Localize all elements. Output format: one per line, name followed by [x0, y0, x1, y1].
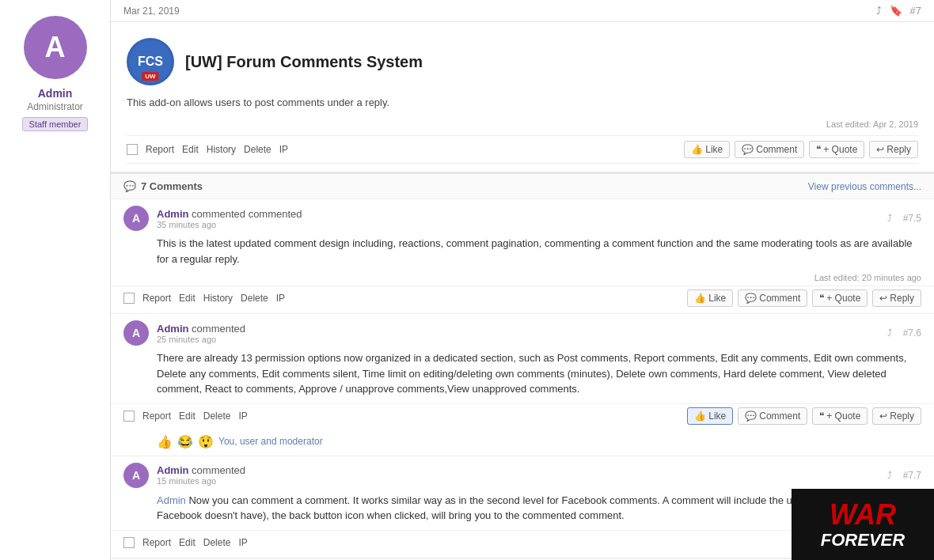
- wow-emoji: 😲: [198, 434, 214, 449]
- c2-comment-button[interactable]: 💬 Comment: [738, 407, 807, 425]
- c1-report[interactable]: Report: [142, 293, 171, 304]
- comment-item: A Admin commented commented 35 minutes a…: [111, 199, 934, 314]
- comment-share-2[interactable]: ⤴: [887, 327, 892, 339]
- watermark-war: WAR: [821, 499, 905, 531]
- fcs-logo: FCS UW: [127, 38, 174, 85]
- laughing-emoji: 😂: [177, 434, 193, 449]
- comment-verb-text-2: commented: [192, 323, 245, 335]
- comment-meta-3: Admin commented 15 minutes ago: [157, 464, 879, 486]
- post-action-bar: Report Edit History Delete IP 👍 Like 💬 C…: [127, 135, 918, 164]
- comment-time-3: 15 minutes ago: [157, 476, 879, 486]
- post-action-left: Report Edit History Delete IP: [127, 144, 288, 155]
- comment-avatar-1: A: [123, 206, 149, 231]
- c2-ip[interactable]: IP: [238, 411, 247, 422]
- reactions-row-2: 👍 😂 😲 You, user and moderator: [111, 431, 934, 456]
- post-quote-button[interactable]: ❝ + Quote: [809, 141, 864, 158]
- c1-history[interactable]: History: [203, 293, 233, 304]
- post-date: Mar 21, 2019: [123, 6, 180, 17]
- comment-checkbox-1[interactable]: [123, 293, 135, 304]
- c1-delete[interactable]: Delete: [241, 293, 268, 304]
- post-title: [UW] Forum Comments System: [185, 53, 423, 71]
- c1-edit[interactable]: Edit: [179, 293, 196, 304]
- like-icon: 👍: [694, 293, 706, 304]
- c3-report[interactable]: Report: [142, 537, 171, 548]
- c2-quote-button[interactable]: ❝ + Quote: [812, 407, 868, 425]
- post-reply-button[interactable]: ↩ Reply: [869, 141, 918, 158]
- comment-last-edited-1: Last edited: 20 minutes ago: [111, 273, 934, 286]
- reply-icon: ↩: [876, 144, 884, 155]
- share-icon[interactable]: ⤴: [876, 5, 882, 17]
- watermark: WAR FOREVER: [792, 489, 934, 560]
- comment-share-1[interactable]: ⤴: [887, 213, 892, 224]
- comment-bubble-icon: 💬: [123, 180, 136, 192]
- post-edit-link[interactable]: Edit: [182, 144, 199, 155]
- post-action-right: 👍 Like 💬 Comment ❝ + Quote ↩ Reply: [684, 141, 918, 158]
- comment-author-3[interactable]: Admin: [157, 464, 188, 476]
- comment-body-1: This is the latest updated comment desig…: [111, 234, 934, 273]
- post-header-right: ⤴ 🔖 #7: [876, 5, 921, 17]
- c3-delete[interactable]: Delete: [203, 537, 231, 548]
- post-body: FCS UW [UW] Forum Comments System This a…: [111, 22, 934, 172]
- post-checkbox[interactable]: [127, 144, 138, 155]
- comment-verb-1: commented: [192, 208, 245, 220]
- c2-delete[interactable]: Delete: [203, 411, 231, 422]
- watermark-forever: FOREVER: [821, 531, 905, 550]
- post-ip-link[interactable]: IP: [279, 144, 288, 155]
- comment-icon: 💬: [745, 293, 757, 304]
- c3-edit[interactable]: Edit: [179, 537, 196, 548]
- c1-actions-right: 👍 Like 💬 Comment ❝ + Quote ↩: [687, 289, 921, 307]
- comment-avatar-2: A: [123, 320, 149, 346]
- comment-icon: 💬: [745, 411, 757, 422]
- comments-count: 💬 7 Comments: [123, 180, 203, 192]
- comment-verb-text-1: commented: [249, 208, 302, 220]
- c2-reply-button[interactable]: ↩ Reply: [872, 407, 921, 425]
- post-report-link[interactable]: Report: [146, 144, 174, 155]
- comment-time-1: 35 minutes ago: [157, 220, 879, 229]
- c2-like-button[interactable]: 👍 Like: [687, 407, 733, 425]
- comment-top-2: A Admin commented 25 minutes ago ⤴ #7.6: [111, 314, 934, 349]
- post-like-button[interactable]: 👍 Like: [684, 141, 730, 158]
- comment-checkbox-3[interactable]: [123, 537, 135, 548]
- comments-header: 💬 7 Comments View previous comments...: [111, 174, 934, 199]
- post-description: This add-on allows users to post comment…: [127, 96, 918, 108]
- post-title-row: FCS UW [UW] Forum Comments System: [127, 38, 918, 85]
- c2-edit[interactable]: Edit: [179, 411, 196, 422]
- comment-author-2[interactable]: Admin: [157, 323, 188, 335]
- post-header-bar: Mar 21, 2019 ⤴ 🔖 #7: [111, 0, 934, 22]
- comment-top-1: A Admin commented commented 35 minutes a…: [111, 199, 934, 234]
- thumbs-up-emoji: 👍: [157, 434, 173, 449]
- mention-link-3[interactable]: Admin: [157, 494, 186, 506]
- comment-author-1[interactable]: Admin: [157, 208, 188, 220]
- view-previous-link[interactable]: View previous comments...: [808, 181, 921, 192]
- post-delete-link[interactable]: Delete: [244, 144, 271, 155]
- c1-ip[interactable]: IP: [276, 293, 285, 304]
- quote-icon: ❝: [819, 411, 824, 422]
- comment-meta-1: Admin commented commented 35 minutes ago: [157, 208, 879, 229]
- post-history-link[interactable]: History: [207, 144, 236, 155]
- like-icon: 👍: [691, 144, 703, 155]
- c1-comment-button[interactable]: 💬 Comment: [738, 289, 807, 307]
- post-number: #7: [910, 5, 921, 17]
- comment-checkbox-2[interactable]: [123, 411, 135, 422]
- c1-reply-button[interactable]: ↩ Reply: [872, 289, 921, 307]
- reply-icon: ↩: [879, 411, 887, 422]
- c3-ip[interactable]: IP: [238, 537, 247, 548]
- comment-id-1: #7.5: [903, 213, 921, 224]
- comment-id-2: #7.6: [903, 327, 921, 339]
- staff-badge: Staff member: [22, 117, 89, 131]
- post-comment-button[interactable]: 💬 Comment: [735, 141, 804, 158]
- comment-top-3: A Admin commented 15 minutes ago ⤴ #7.7: [111, 456, 934, 491]
- main-content: Mar 21, 2019 ⤴ 🔖 #7 FCS UW [UW] Forum Co…: [111, 0, 934, 560]
- reaction-text-2: You, user and moderator: [218, 436, 323, 447]
- comment-share-3[interactable]: ⤴: [887, 470, 892, 481]
- comment-icon: 💬: [742, 144, 754, 155]
- sidebar: A Admin Administrator Staff member: [0, 0, 111, 560]
- avatar: A: [24, 16, 87, 79]
- bookmark-icon[interactable]: 🔖: [890, 5, 902, 17]
- username[interactable]: Admin: [38, 87, 73, 100]
- c1-like-button[interactable]: 👍 Like: [687, 289, 733, 307]
- c1-quote-button[interactable]: ❝ + Quote: [812, 289, 868, 307]
- c2-report[interactable]: Report: [142, 411, 171, 422]
- user-role: Administrator: [27, 101, 83, 112]
- c2-actions-right: 👍 Like 💬 Comment ❝ + Quote ↩: [687, 407, 921, 425]
